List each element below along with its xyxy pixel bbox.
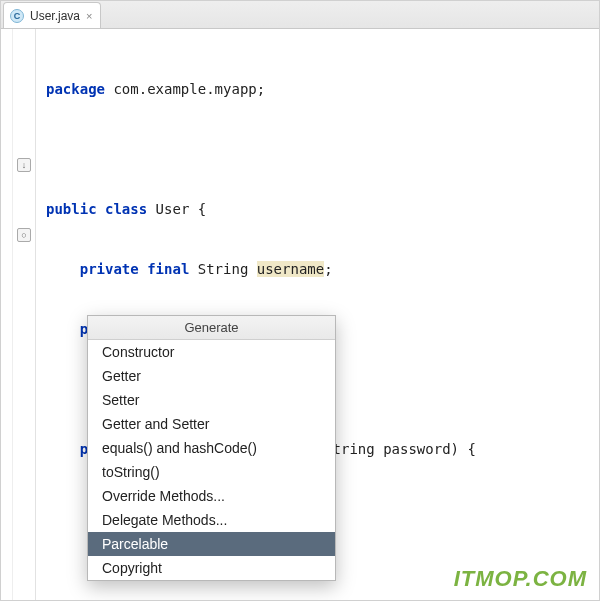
- code-text: com.example.myapp;: [105, 81, 265, 97]
- tab-bar: C User.java ×: [1, 1, 599, 29]
- keyword: class: [105, 201, 147, 217]
- tab-title: User.java: [30, 9, 80, 23]
- keyword: private: [80, 261, 139, 277]
- popup-item-constructor[interactable]: Constructor: [88, 340, 335, 364]
- gutter: ↓ ○: [1, 29, 36, 601]
- popup-item-getter[interactable]: Getter: [88, 364, 335, 388]
- editor-tab[interactable]: C User.java ×: [3, 2, 101, 28]
- popup-item-equals-hashcode[interactable]: equals() and hashCode(): [88, 436, 335, 460]
- popup-item-parcelable[interactable]: Parcelable: [88, 532, 335, 556]
- code-text: String: [189, 261, 256, 277]
- popup-title: Generate: [88, 316, 335, 340]
- highlighted-field: username: [257, 261, 324, 277]
- popup-list: Constructor Getter Setter Getter and Set…: [88, 340, 335, 580]
- implements-gutter-icon[interactable]: ↓: [17, 158, 31, 172]
- popup-item-setter[interactable]: Setter: [88, 388, 335, 412]
- code-text: ;: [324, 261, 332, 277]
- keyword: public: [46, 201, 97, 217]
- popup-item-copyright[interactable]: Copyright: [88, 556, 335, 580]
- override-gutter-icon[interactable]: ○: [17, 228, 31, 242]
- popup-item-override[interactable]: Override Methods...: [88, 484, 335, 508]
- popup-item-tostring[interactable]: toString(): [88, 460, 335, 484]
- watermark: ITMOP.COM: [454, 566, 587, 592]
- keyword: package: [46, 81, 105, 97]
- popup-item-getter-setter[interactable]: Getter and Setter: [88, 412, 335, 436]
- generate-popup: Generate Constructor Getter Setter Gette…: [87, 315, 336, 581]
- class-icon: C: [10, 9, 24, 23]
- code-text: User {: [147, 201, 206, 217]
- editor-area: ↓ ○ package com.example.myapp; public cl…: [1, 29, 599, 601]
- close-icon[interactable]: ×: [86, 10, 92, 22]
- popup-item-delegate[interactable]: Delegate Methods...: [88, 508, 335, 532]
- keyword: final: [147, 261, 189, 277]
